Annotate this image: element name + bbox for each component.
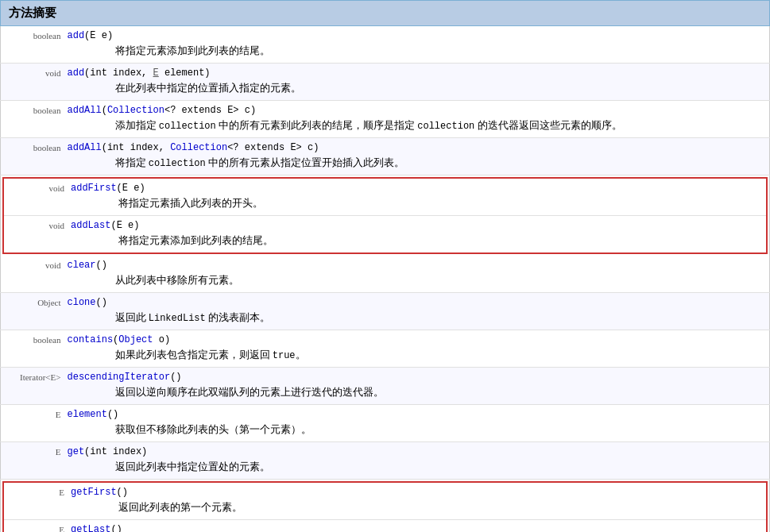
method-signature-addAll2: addAll(int index, Collection<? extends E… <box>68 142 764 153</box>
method-desc-element: 获取但不移除此列表的头（第一个元素）。 <box>68 420 764 437</box>
method-row-getLast: EgetLast()返回此列表的最后一个元素。 <box>4 520 766 532</box>
method-desc-getFirst: 返回此列表的第一个元素。 <box>71 498 760 515</box>
method-link-add1[interactable]: add <box>68 30 85 41</box>
method-link-descendingIterator[interactable]: descendingIterator <box>68 372 171 383</box>
method-row-addFirst: voidaddFirst(E e)将指定元素插入此列表的开头。 <box>4 179 766 216</box>
method-link-addFirst[interactable]: addFirst <box>71 183 117 194</box>
method-row-contains: booleancontains(Object o)如果此列表包含指定元素，则返回… <box>1 330 770 368</box>
method-row-clear: voidclear()从此列表中移除所有元素。 <box>1 256 770 293</box>
method-row-add2: voidadd(int index, E element)在此列表中指定的位置插… <box>1 64 770 101</box>
method-signature-get: get(int index) <box>68 446 764 457</box>
highlighted-group-row: voidaddFirst(E e)将指定元素插入此列表的开头。voidaddLa… <box>1 175 770 256</box>
method-signature-addAll1: addAll(Collection<? extends E> c) <box>68 105 764 116</box>
method-signature-clear: clear() <box>68 260 764 271</box>
method-link-clear[interactable]: clear <box>68 260 96 271</box>
method-row-addAll1: booleanaddAll(Collection<? extends E> c)… <box>1 101 770 138</box>
method-link-element[interactable]: element <box>68 409 107 420</box>
param-collection-addAll2[interactable]: Collection <box>170 142 227 153</box>
method-row-addAll2: booleanaddAll(int index, Collection<? ex… <box>1 138 770 175</box>
method-table: booleanadd(E e)将指定元素添加到此列表的结尾。voidadd(in… <box>0 26 770 532</box>
method-signature-clone: clone() <box>68 297 764 308</box>
method-link-getLast[interactable]: getLast <box>71 524 110 532</box>
method-signature-add1: add(E e) <box>68 30 764 41</box>
method-row-add1: booleanadd(E e)将指定元素添加到此列表的结尾。 <box>1 26 770 64</box>
param-collection-addAll1[interactable]: Collection <box>107 105 164 116</box>
method-signature-element: element() <box>68 409 764 420</box>
method-link-contains[interactable]: contains <box>68 334 114 345</box>
method-link-clone[interactable]: clone <box>68 297 96 308</box>
method-link-addAll1[interactable]: addAll <box>68 105 102 116</box>
method-signature-addLast: addLast(E e) <box>71 220 760 231</box>
method-signature-getLast: getLast() <box>71 524 760 532</box>
method-desc-contains: 如果此列表包含指定元素，则返回 true。 <box>68 345 764 362</box>
method-row-element: Eelement()获取但不移除此列表的头（第一个元素）。 <box>1 405 770 442</box>
method-link-get[interactable]: get <box>68 446 85 457</box>
method-row-clone: Objectclone()返回此 LinkedList 的浅表副本。 <box>1 293 770 330</box>
method-desc-add1: 将指定元素添加到此列表的结尾。 <box>68 41 764 58</box>
method-row-descendingIterator: Iterator<E>descendingIterator()返回以逆向顺序在此… <box>1 368 770 405</box>
section-header: 方法摘要 <box>0 0 770 26</box>
method-desc-addFirst: 将指定元素插入此列表的开头。 <box>71 194 760 210</box>
method-link-addAll2[interactable]: addAll <box>68 142 102 153</box>
method-desc-addAll2: 将指定 collection 中的所有元素从指定位置开始插入此列表。 <box>68 153 764 170</box>
method-signature-descendingIterator: descendingIterator() <box>68 372 764 383</box>
param-e-add2: E <box>153 67 159 79</box>
method-signature-addFirst: addFirst(E e) <box>71 183 760 194</box>
highlighted-group-row: EgetFirst()返回此列表的第一个元素。EgetLast()返回此列表的最… <box>1 480 770 533</box>
param-object-contains[interactable]: Object <box>118 334 153 345</box>
method-row-addLast: voidaddLast(E e)将指定元素添加到此列表的结尾。 <box>4 216 766 253</box>
method-row-get: Eget(int index)返回此列表中指定位置处的元素。 <box>1 442 770 480</box>
method-link-add2[interactable]: add <box>68 67 85 79</box>
method-link-addLast[interactable]: addLast <box>71 220 110 231</box>
method-row-getFirst: EgetFirst()返回此列表的第一个元素。 <box>4 483 766 520</box>
return-type-link-descendingIterator[interactable]: Iterator<E> <box>20 372 61 382</box>
method-desc-addAll1: 添加指定 collection 中的所有元素到此列表的结尾，顺序是指定 coll… <box>68 116 764 133</box>
method-desc-addLast: 将指定元素添加到此列表的结尾。 <box>71 231 760 248</box>
method-signature-getFirst: getFirst() <box>71 487 760 498</box>
method-desc-get: 返回此列表中指定位置处的元素。 <box>68 457 764 474</box>
method-desc-add2: 在此列表中指定的位置插入指定的元素。 <box>68 79 764 95</box>
method-signature-add2: add(int index, E element) <box>68 67 764 79</box>
method-signature-contains: contains(Object o) <box>68 334 764 345</box>
return-type-link-clone[interactable]: Object <box>37 298 60 307</box>
method-link-getFirst[interactable]: getFirst <box>71 487 117 498</box>
method-desc-descendingIterator: 返回以逆向顺序在此双端队列的元素上进行迭代的迭代器。 <box>68 383 764 399</box>
method-desc-clear: 从此列表中移除所有元素。 <box>68 271 764 287</box>
method-desc-clone: 返回此 LinkedList 的浅表副本。 <box>68 308 764 325</box>
